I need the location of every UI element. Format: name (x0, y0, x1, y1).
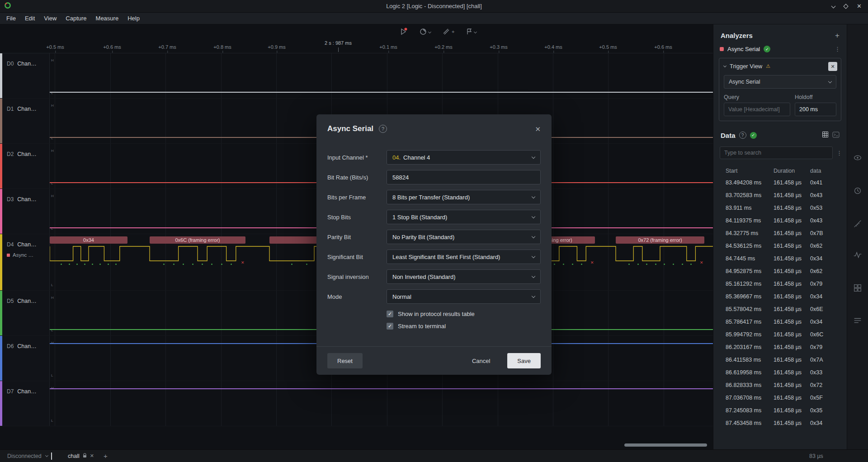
channel-label[interactable]: D2Chan… (2, 144, 50, 189)
analyzer-activity-icon[interactable] (852, 250, 863, 260)
table-row[interactable]: 85.578042 ms161.458 µs0x6E (713, 303, 847, 316)
table-row[interactable]: 86.828333 ms161.458 µs0x72 (713, 379, 847, 391)
decode-badge[interactable]: 0x34 (50, 236, 127, 244)
bit-rate-bits-s-input[interactable] (387, 170, 541, 184)
show-in-protocol-results-table-checkbox[interactable]: ✓Show in protocol results table (387, 308, 475, 320)
menu-measure[interactable]: Measure (91, 14, 123, 23)
help-icon[interactable]: ? (379, 125, 387, 133)
channel-label[interactable]: D3Chan… (2, 189, 50, 234)
extensions-icon[interactable] (852, 283, 863, 293)
channel-label[interactable]: D4Chan…Async … (2, 234, 50, 290)
notes-icon[interactable] (852, 316, 863, 326)
trigger-analyzer-select[interactable]: Async Serial (724, 75, 836, 89)
table-row[interactable]: 85.369667 ms161.458 µs0x34 (713, 290, 847, 303)
signal-inversion-select[interactable]: Non Inverted (Standard) (387, 269, 541, 284)
mode-select[interactable]: Normal (387, 289, 541, 304)
horizontal-scrollbar[interactable] (624, 443, 707, 447)
table-row[interactable]: 85.994792 ms161.458 µs0x6C (713, 328, 847, 341)
table-row[interactable]: 85.786417 ms161.458 µs0x34 (713, 316, 847, 328)
timeline-center-marker[interactable]: 2 s : 987 ms (325, 40, 352, 46)
menu-edit[interactable]: Edit (20, 14, 39, 23)
collapse-icon[interactable] (723, 64, 726, 67)
stop-bits-select[interactable]: 1 Stop Bit (Standard) (387, 210, 541, 224)
trigger-query-input[interactable] (724, 103, 790, 116)
tab-close-icon[interactable]: ✕ (90, 453, 94, 459)
window-maximize-icon[interactable] (843, 4, 848, 9)
column-header-start[interactable]: Start (726, 168, 774, 174)
chevron-down-icon (532, 234, 535, 238)
table-row[interactable]: 86.411583 ms161.458 µs0x7A (713, 354, 847, 366)
decode-badge[interactable]: 0x72 (framing error) (616, 236, 704, 244)
field-row-significant-bit: Significant BitLeast Significant Bit Sen… (327, 247, 541, 267)
menu-help[interactable]: Help (123, 14, 144, 23)
column-header-duration[interactable]: Duration (774, 168, 810, 174)
chevron-down-icon (532, 254, 535, 258)
table-row[interactable]: 84.536125 ms161.458 µs0x62 (713, 240, 847, 252)
decode-badge[interactable]: 0x6C (framing error) (150, 236, 245, 244)
stream-to-terminal-checkbox[interactable]: ✓Stream to terminal (387, 320, 475, 332)
channel-waveform-d0[interactable]: HL (50, 53, 713, 98)
table-cell: 0x34 (810, 255, 847, 262)
bits-per-frame-select[interactable]: 8 Bits per Transfer (Standard) (387, 190, 541, 204)
table-row[interactable]: 86.619958 ms161.458 µs0x33 (713, 366, 847, 379)
table-cell: 0x34 (810, 319, 847, 325)
table-row[interactable]: 86.203167 ms161.458 µs0x79 (713, 341, 847, 354)
table-view-icon[interactable] (822, 131, 829, 139)
table-row[interactable]: 83.494208 ms161.458 µs0x41 (713, 176, 847, 189)
significant-bit-select[interactable]: Least Significant Bit Sent First (Standa… (387, 250, 541, 264)
data-options-icon[interactable]: ⋮ (836, 150, 842, 156)
add-measurement-button[interactable]: + (443, 28, 454, 35)
channel-label[interactable]: D6Chan… (2, 336, 50, 381)
reset-button[interactable]: Reset (327, 353, 363, 368)
parity-bit-select[interactable]: No Parity Bit (Standard) (387, 230, 541, 244)
table-row[interactable]: 83.702583 ms161.458 µs0x43 (713, 189, 847, 202)
help-icon[interactable]: ? (739, 132, 746, 139)
column-header-data[interactable]: data (810, 168, 847, 174)
menu-file[interactable]: File (2, 14, 20, 23)
table-row[interactable]: 83.911 ms161.458 µs0x53 (713, 202, 847, 214)
table-row[interactable]: 84.32775 ms161.458 µs0x7B (713, 227, 847, 240)
channel-label[interactable]: D0Chan… (2, 53, 50, 98)
device-status[interactable]: Disconnected (0, 453, 48, 459)
table-row[interactable]: 84.952875 ms161.458 µs0x62 (713, 265, 847, 278)
level-high-marker: H (51, 58, 54, 62)
channel-analyzer-label[interactable]: Async … (7, 252, 33, 258)
input-channel-select[interactable]: 04.Channel 4 (387, 150, 541, 165)
timer-icon[interactable] (852, 185, 863, 196)
save-button[interactable]: Save (507, 353, 541, 368)
measurements-icon[interactable] (852, 218, 863, 229)
channel-id: D0 (7, 61, 14, 67)
analyzer-menu-icon[interactable]: ⋮ (835, 46, 840, 52)
menu-capture[interactable]: Capture (61, 14, 91, 23)
table-row[interactable]: 87.245083 ms161.458 µs0x35 (713, 404, 847, 417)
window-close-icon[interactable]: ✕ (857, 3, 862, 9)
capture-info-icon[interactable] (852, 152, 863, 163)
menu-view[interactable]: View (39, 14, 61, 23)
tab-chall[interactable]: chall ✕ (68, 453, 94, 459)
channel-label[interactable]: D5Chan… (2, 291, 50, 335)
titlebar: Logic 2 [Logic - Disconnected] [chall] ✕ (0, 0, 868, 13)
trigger-view-close-button[interactable]: ✕ (828, 62, 837, 71)
channel-waveform-d7[interactable]: HL (50, 381, 713, 426)
table-row[interactable]: 85.161292 ms161.458 µs0x79 (713, 278, 847, 290)
table-row[interactable]: 84.119375 ms161.458 µs0x43 (713, 214, 847, 227)
dialog-close-icon[interactable]: ✕ (535, 126, 541, 132)
window-minimize-icon[interactable] (831, 4, 836, 9)
start-capture-button[interactable] (399, 27, 408, 36)
table-row[interactable]: 87.453458 ms161.458 µs0x34 (713, 417, 847, 429)
add-marker-button[interactable] (466, 28, 476, 35)
new-tab-button[interactable]: + (104, 452, 108, 460)
analyzer-item[interactable]: Async Serial ✓ ⋮ (713, 42, 847, 56)
timeline-ruler[interactable]: +0.5 ms +0.6 ms +0.7 ms +0.8 ms +0.9 ms … (0, 40, 713, 53)
add-analyzer-button[interactable]: + (835, 32, 840, 39)
table-row[interactable]: 84.7445 ms161.458 µs0x34 (713, 252, 847, 265)
terminal-view-icon[interactable] (832, 132, 840, 139)
cancel-button[interactable]: Cancel (462, 353, 500, 368)
channel-label[interactable]: D1Chan… (2, 99, 50, 143)
search-input[interactable] (720, 146, 833, 159)
channel-label[interactable]: D7Chan… (2, 381, 50, 426)
field-label: Bits per Frame (327, 194, 387, 201)
table-row[interactable]: 87.036708 ms161.458 µs0x5F (713, 391, 847, 404)
capture-mode-button[interactable] (420, 28, 431, 35)
holdoff-input[interactable] (795, 103, 836, 116)
